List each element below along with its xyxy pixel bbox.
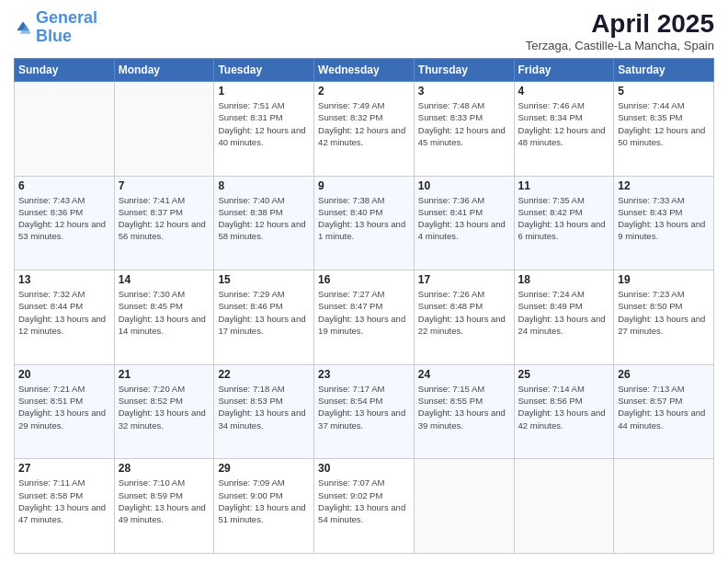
day-number: 7 bbox=[119, 179, 210, 192]
calendar-header-wednesday: Wednesday bbox=[314, 59, 415, 82]
day-info: Sunrise: 7:26 AM Sunset: 8:48 PM Dayligh… bbox=[418, 288, 510, 337]
calendar-week-row: 6Sunrise: 7:43 AM Sunset: 8:36 PM Daylig… bbox=[15, 176, 714, 270]
day-info: Sunrise: 7:24 AM Sunset: 8:49 PM Dayligh… bbox=[518, 288, 610, 337]
title-block: April 2025 Terzaga, Castille-La Mancha, … bbox=[526, 9, 714, 52]
day-info: Sunrise: 7:40 AM Sunset: 8:38 PM Dayligh… bbox=[218, 194, 310, 243]
day-info: Sunrise: 7:07 AM Sunset: 9:02 PM Dayligh… bbox=[318, 477, 410, 525]
day-number: 2 bbox=[318, 85, 410, 98]
calendar-cell: 20Sunrise: 7:21 AM Sunset: 8:51 PM Dayli… bbox=[15, 364, 115, 459]
logo-text: General Blue bbox=[36, 9, 97, 46]
day-number: 10 bbox=[418, 179, 510, 192]
calendar-week-row: 27Sunrise: 7:11 AM Sunset: 8:58 PM Dayli… bbox=[15, 459, 714, 554]
calendar-cell: 7Sunrise: 7:41 AM Sunset: 8:37 PM Daylig… bbox=[114, 176, 214, 270]
day-info: Sunrise: 7:49 AM Sunset: 8:32 PM Dayligh… bbox=[318, 99, 410, 148]
calendar-cell: 22Sunrise: 7:18 AM Sunset: 8:53 PM Dayli… bbox=[214, 364, 314, 459]
calendar-cell: 30Sunrise: 7:07 AM Sunset: 9:02 PM Dayli… bbox=[314, 459, 415, 554]
calendar-cell bbox=[114, 82, 214, 177]
day-number: 16 bbox=[318, 273, 410, 286]
calendar-cell: 6Sunrise: 7:43 AM Sunset: 8:36 PM Daylig… bbox=[15, 176, 115, 270]
day-info: Sunrise: 7:38 AM Sunset: 8:40 PM Dayligh… bbox=[318, 194, 410, 243]
calendar-cell: 26Sunrise: 7:13 AM Sunset: 8:57 PM Dayli… bbox=[614, 364, 714, 459]
day-number: 26 bbox=[618, 368, 710, 381]
header: General Blue April 2025 Terzaga, Castill… bbox=[14, 9, 714, 52]
calendar-cell: 16Sunrise: 7:27 AM Sunset: 8:47 PM Dayli… bbox=[314, 270, 415, 365]
day-number: 8 bbox=[218, 179, 310, 192]
day-number: 4 bbox=[518, 85, 610, 98]
calendar-cell bbox=[514, 459, 614, 554]
day-info: Sunrise: 7:17 AM Sunset: 8:54 PM Dayligh… bbox=[318, 383, 410, 431]
day-number: 6 bbox=[18, 179, 110, 192]
day-info: Sunrise: 7:51 AM Sunset: 8:31 PM Dayligh… bbox=[218, 99, 310, 148]
main-title: April 2025 bbox=[526, 9, 714, 39]
calendar-header-thursday: Thursday bbox=[414, 59, 514, 82]
day-number: 30 bbox=[318, 462, 410, 475]
subtitle: Terzaga, Castille-La Mancha, Spain bbox=[526, 39, 714, 52]
calendar-cell: 29Sunrise: 7:09 AM Sunset: 9:00 PM Dayli… bbox=[214, 459, 314, 554]
day-info: Sunrise: 7:20 AM Sunset: 8:52 PM Dayligh… bbox=[119, 383, 210, 431]
day-info: Sunrise: 7:09 AM Sunset: 9:00 PM Dayligh… bbox=[218, 477, 310, 525]
calendar-cell: 12Sunrise: 7:33 AM Sunset: 8:43 PM Dayli… bbox=[614, 176, 714, 270]
calendar-cell bbox=[414, 459, 514, 554]
calendar-cell: 13Sunrise: 7:32 AM Sunset: 8:44 PM Dayli… bbox=[15, 270, 115, 365]
calendar-cell: 17Sunrise: 7:26 AM Sunset: 8:48 PM Dayli… bbox=[414, 270, 514, 365]
day-info: Sunrise: 7:21 AM Sunset: 8:51 PM Dayligh… bbox=[18, 383, 110, 431]
day-number: 9 bbox=[318, 179, 410, 192]
day-number: 20 bbox=[18, 368, 110, 381]
calendar-cell: 9Sunrise: 7:38 AM Sunset: 8:40 PM Daylig… bbox=[314, 176, 415, 270]
day-info: Sunrise: 7:29 AM Sunset: 8:46 PM Dayligh… bbox=[218, 288, 310, 337]
page: General Blue April 2025 Terzaga, Castill… bbox=[0, 0, 728, 563]
day-number: 5 bbox=[618, 85, 710, 98]
day-info: Sunrise: 7:41 AM Sunset: 8:37 PM Dayligh… bbox=[119, 194, 210, 243]
day-info: Sunrise: 7:46 AM Sunset: 8:34 PM Dayligh… bbox=[518, 99, 610, 148]
day-number: 12 bbox=[618, 179, 710, 192]
calendar-table: SundayMondayTuesdayWednesdayThursdayFrid… bbox=[14, 58, 714, 554]
calendar-cell: 5Sunrise: 7:44 AM Sunset: 8:35 PM Daylig… bbox=[614, 82, 714, 177]
day-number: 13 bbox=[18, 273, 110, 286]
day-info: Sunrise: 7:32 AM Sunset: 8:44 PM Dayligh… bbox=[18, 288, 110, 337]
calendar-cell: 23Sunrise: 7:17 AM Sunset: 8:54 PM Dayli… bbox=[314, 364, 415, 459]
day-number: 24 bbox=[418, 368, 510, 381]
day-info: Sunrise: 7:33 AM Sunset: 8:43 PM Dayligh… bbox=[618, 194, 710, 243]
day-number: 28 bbox=[119, 462, 210, 475]
day-info: Sunrise: 7:10 AM Sunset: 8:59 PM Dayligh… bbox=[119, 477, 210, 525]
calendar-week-row: 13Sunrise: 7:32 AM Sunset: 8:44 PM Dayli… bbox=[15, 270, 714, 365]
calendar-cell: 19Sunrise: 7:23 AM Sunset: 8:50 PM Dayli… bbox=[614, 270, 714, 365]
day-info: Sunrise: 7:27 AM Sunset: 8:47 PM Dayligh… bbox=[318, 288, 410, 337]
day-number: 25 bbox=[518, 368, 610, 381]
calendar-week-row: 20Sunrise: 7:21 AM Sunset: 8:51 PM Dayli… bbox=[15, 364, 714, 459]
calendar-cell: 24Sunrise: 7:15 AM Sunset: 8:55 PM Dayli… bbox=[414, 364, 514, 459]
calendar-cell: 18Sunrise: 7:24 AM Sunset: 8:49 PM Dayli… bbox=[514, 270, 614, 365]
day-number: 21 bbox=[119, 368, 210, 381]
day-number: 18 bbox=[518, 273, 610, 286]
calendar-week-row: 1Sunrise: 7:51 AM Sunset: 8:31 PM Daylig… bbox=[15, 82, 714, 177]
calendar-header-saturday: Saturday bbox=[614, 59, 714, 82]
calendar-header-monday: Monday bbox=[114, 59, 214, 82]
calendar-cell: 15Sunrise: 7:29 AM Sunset: 8:46 PM Dayli… bbox=[214, 270, 314, 365]
calendar-cell: 4Sunrise: 7:46 AM Sunset: 8:34 PM Daylig… bbox=[514, 82, 614, 177]
logo: General Blue bbox=[14, 9, 97, 46]
day-number: 11 bbox=[518, 179, 610, 192]
logo-line2: Blue bbox=[36, 28, 97, 46]
calendar-header-sunday: Sunday bbox=[15, 59, 115, 82]
calendar-header-tuesday: Tuesday bbox=[214, 59, 314, 82]
calendar-cell bbox=[614, 459, 714, 554]
calendar-cell bbox=[15, 82, 115, 177]
day-number: 22 bbox=[218, 368, 310, 381]
day-info: Sunrise: 7:44 AM Sunset: 8:35 PM Dayligh… bbox=[618, 99, 710, 148]
logo-icon bbox=[14, 18, 32, 37]
day-info: Sunrise: 7:18 AM Sunset: 8:53 PM Dayligh… bbox=[218, 383, 310, 431]
calendar-cell: 28Sunrise: 7:10 AM Sunset: 8:59 PM Dayli… bbox=[114, 459, 214, 554]
calendar-header-friday: Friday bbox=[514, 59, 614, 82]
day-info: Sunrise: 7:36 AM Sunset: 8:41 PM Dayligh… bbox=[418, 194, 510, 243]
day-info: Sunrise: 7:43 AM Sunset: 8:36 PM Dayligh… bbox=[18, 194, 110, 243]
day-info: Sunrise: 7:14 AM Sunset: 8:56 PM Dayligh… bbox=[518, 383, 610, 431]
calendar-cell: 10Sunrise: 7:36 AM Sunset: 8:41 PM Dayli… bbox=[414, 176, 514, 270]
calendar-cell: 14Sunrise: 7:30 AM Sunset: 8:45 PM Dayli… bbox=[114, 270, 214, 365]
day-number: 3 bbox=[418, 85, 510, 98]
calendar-cell: 3Sunrise: 7:48 AM Sunset: 8:33 PM Daylig… bbox=[414, 82, 514, 177]
day-info: Sunrise: 7:11 AM Sunset: 8:58 PM Dayligh… bbox=[18, 477, 110, 525]
day-number: 14 bbox=[119, 273, 210, 286]
day-number: 27 bbox=[18, 462, 110, 475]
day-number: 19 bbox=[618, 273, 710, 286]
calendar-cell: 27Sunrise: 7:11 AM Sunset: 8:58 PM Dayli… bbox=[15, 459, 115, 554]
